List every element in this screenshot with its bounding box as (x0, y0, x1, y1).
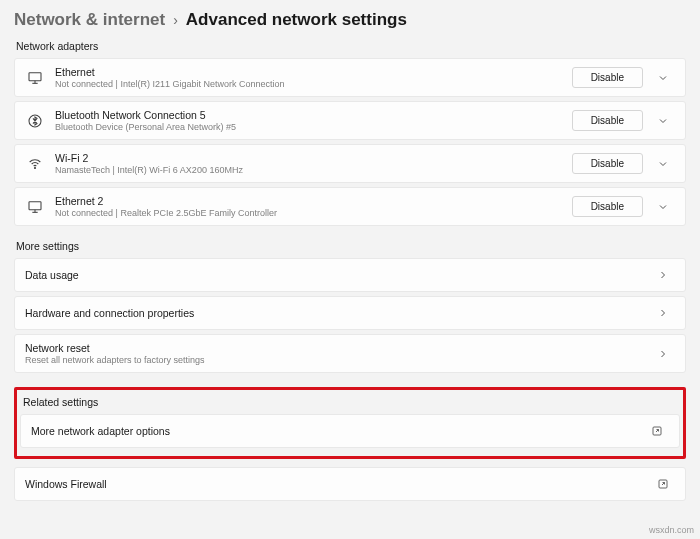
adapter-list: Ethernet Not connected | Intel(R) I211 G… (14, 58, 686, 226)
row-title: Hardware and connection properties (25, 307, 651, 319)
section-related-settings: Related settings (23, 396, 683, 408)
adapter-name: Bluetooth Network Connection 5 (55, 109, 572, 121)
adapter-name: Wi-Fi 2 (55, 152, 572, 164)
watermark: wsxdn.com (649, 525, 694, 535)
adapter-row-wifi[interactable]: Wi-Fi 2 NamasteTech | Intel(R) Wi-Fi 6 A… (14, 144, 686, 183)
row-title: Network reset (25, 342, 651, 354)
chevron-right-icon (651, 307, 675, 319)
monitor-icon (25, 197, 45, 217)
chevron-down-icon[interactable] (651, 115, 675, 127)
section-network-adapters: Network adapters (16, 40, 686, 52)
svg-rect-5 (29, 201, 41, 209)
adapter-row-bluetooth[interactable]: Bluetooth Network Connection 5 Bluetooth… (14, 101, 686, 140)
row-hardware-properties[interactable]: Hardware and connection properties (14, 296, 686, 330)
row-windows-firewall[interactable]: Windows Firewall (14, 467, 686, 501)
disable-button[interactable]: Disable (572, 110, 643, 131)
row-title: Windows Firewall (25, 478, 651, 490)
row-more-adapter-options[interactable]: More network adapter options (20, 414, 680, 448)
adapter-detail: Bluetooth Device (Personal Area Network)… (55, 122, 572, 132)
row-title: More network adapter options (31, 425, 645, 437)
disable-button[interactable]: Disable (572, 67, 643, 88)
adapter-row-ethernet[interactable]: Ethernet Not connected | Intel(R) I211 G… (14, 58, 686, 97)
chevron-down-icon[interactable] (651, 201, 675, 213)
chevron-right-icon: › (173, 12, 178, 28)
section-more-settings: More settings (16, 240, 686, 252)
wifi-icon (25, 154, 45, 174)
adapter-detail: NamasteTech | Intel(R) Wi-Fi 6 AX200 160… (55, 165, 572, 175)
bluetooth-icon (25, 111, 45, 131)
breadcrumb-parent[interactable]: Network & internet (14, 10, 165, 30)
highlight-related-settings: Related settings More network adapter op… (14, 387, 686, 459)
adapter-detail: Not connected | Intel(R) I211 Gigabit Ne… (55, 79, 572, 89)
monitor-icon (25, 68, 45, 88)
open-external-icon (645, 425, 669, 437)
chevron-right-icon (651, 348, 675, 360)
open-external-icon (651, 478, 675, 490)
disable-button[interactable]: Disable (572, 196, 643, 217)
adapter-detail: Not connected | Realtek PCIe 2.5GbE Fami… (55, 208, 572, 218)
row-data-usage[interactable]: Data usage (14, 258, 686, 292)
chevron-right-icon (651, 269, 675, 281)
adapter-name: Ethernet 2 (55, 195, 572, 207)
page-title: Advanced network settings (186, 10, 407, 30)
row-network-reset[interactable]: Network reset Reset all network adapters… (14, 334, 686, 373)
chevron-down-icon[interactable] (651, 72, 675, 84)
svg-point-4 (34, 167, 35, 168)
row-subtitle: Reset all network adapters to factory se… (25, 355, 651, 365)
chevron-down-icon[interactable] (651, 158, 675, 170)
disable-button[interactable]: Disable (572, 153, 643, 174)
breadcrumb: Network & internet › Advanced network se… (14, 10, 686, 30)
row-title: Data usage (25, 269, 651, 281)
more-settings-list: Data usage Hardware and connection prope… (14, 258, 686, 373)
adapter-row-ethernet2[interactable]: Ethernet 2 Not connected | Realtek PCIe … (14, 187, 686, 226)
svg-rect-0 (29, 72, 41, 80)
adapter-name: Ethernet (55, 66, 572, 78)
